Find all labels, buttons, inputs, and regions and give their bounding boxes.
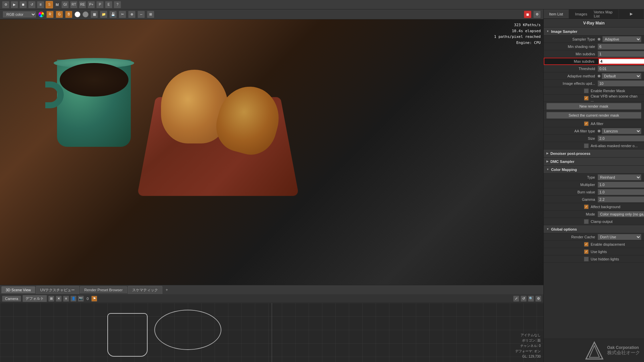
render-cache-select[interactable]: Don't Use xyxy=(598,234,641,240)
affect-bg-checkbox[interactable]: ✓ xyxy=(584,204,589,209)
vp-btn-x[interactable]: ✕ xyxy=(56,296,62,302)
sampler-type-select[interactable]: Adaptive xyxy=(602,36,641,42)
vp-grid-icon[interactable]: ⊞ xyxy=(48,296,54,302)
view-btn-5[interactable]: ⊕ xyxy=(128,11,136,18)
label-max-subdivs: Max subdivs xyxy=(547,59,597,63)
channel-btn-b[interactable]: B xyxy=(65,11,72,18)
tab-uv-texture[interactable]: UVテクスチャビュー xyxy=(36,286,79,294)
aa-filter-type-select[interactable]: Lanczos xyxy=(602,128,641,134)
toolbar-btn-p2[interactable]: P xyxy=(96,1,104,8)
label-enable-render-mask: Enable Render Mask xyxy=(591,89,625,93)
value-sampler-type: Adaptive xyxy=(598,36,641,42)
use-hidden-lights-checkbox[interactable] xyxy=(584,257,589,261)
use-lights-checkbox[interactable]: ✓ xyxy=(584,249,589,254)
rp-tab-item-list[interactable]: Item List xyxy=(544,9,569,18)
row-cm-burn: Burn value ▲ ▼ xyxy=(544,188,644,196)
aa-size-input[interactable] xyxy=(598,135,644,141)
color-wheel-icon[interactable] xyxy=(38,11,44,17)
vp-camera-icon[interactable]: 📷 xyxy=(78,296,84,302)
vp-person-icon[interactable]: 👤 xyxy=(70,296,76,302)
toolbar-btn-3[interactable]: ⏹ xyxy=(19,1,27,8)
view-btn-4[interactable]: ✂ xyxy=(119,11,126,18)
row-enable-displacement: ✓ Enable displacement xyxy=(544,241,644,248)
toolbar-btn-p[interactable]: P+ xyxy=(88,1,95,8)
enable-displacement-checkbox[interactable]: ✓ xyxy=(584,242,589,247)
value-cm-type: Reinhard xyxy=(598,174,641,180)
rp-tab-more[interactable]: ▶ xyxy=(619,9,644,18)
cm-burn-input[interactable] xyxy=(598,189,644,195)
section-global-options[interactable]: Global options xyxy=(544,225,644,233)
render-image: 323 KPaths/s 10.4s elapsed 1 paths/pixel… xyxy=(0,19,543,285)
right-scroll-area[interactable]: Image Sampler Sampler Type Adaptive Min … xyxy=(544,27,644,339)
toolbar-btn-help[interactable]: ? xyxy=(114,1,121,8)
vp-expand-icon[interactable]: ⤢ xyxy=(513,296,519,302)
viewport-3d-content: アイテムなし ポリゴン: 面 チャンネル: 0 デフォーマ: オン GL: 12… xyxy=(0,303,543,362)
add-panel-tab[interactable]: + xyxy=(163,286,171,294)
default-label[interactable]: デフォルト xyxy=(22,295,47,302)
enable-render-mask-checkbox[interactable] xyxy=(584,88,589,93)
vp-view-icon[interactable]: ≡ xyxy=(63,296,69,302)
vp-search-icon[interactable]: 🔍 xyxy=(528,296,534,302)
viewport-3d: Camera デフォルト ⊞ ✕ ≡ 👤 📷 0 ⚑ ⤢ ↺ 🔍 xyxy=(0,294,543,362)
new-render-mask-button[interactable]: New render mask xyxy=(546,103,641,110)
section-image-sampler[interactable]: Image Sampler xyxy=(544,27,644,36)
channel-btn-r[interactable]: R xyxy=(46,11,54,18)
section-color-mapping[interactable]: Color Mapping xyxy=(544,166,644,174)
row-use-lights: ✓ Use lights xyxy=(544,248,644,255)
view-btn-3[interactable]: 💾 xyxy=(109,11,117,18)
toolbar-btn-rt[interactable]: RT xyxy=(70,1,77,8)
stop-render-button[interactable]: ■ xyxy=(524,11,531,18)
channel-btn-g[interactable]: G xyxy=(56,11,63,18)
view-btn-7[interactable]: ⊞ xyxy=(147,11,154,18)
toolbar-btn-5[interactable]: ⏸ xyxy=(37,1,44,8)
section-denoiser[interactable]: Denoiser post-process xyxy=(544,149,644,158)
toolbar-btn-2[interactable]: ▶ xyxy=(11,1,18,8)
clear-vfb-checkbox[interactable]: ✓ xyxy=(584,96,589,101)
tab-schematic[interactable]: スケマティック xyxy=(128,286,162,294)
clamp-checkbox[interactable] xyxy=(584,219,589,224)
viewport-info: アイテムなし ポリゴン: 面 チャンネル: 0 デフォーマ: オン GL: 12… xyxy=(515,333,541,359)
toolbar-btn-4[interactable]: ↺ xyxy=(28,1,36,8)
color-mode-dropdown[interactable]: RGB color xyxy=(3,11,36,18)
min-shading-input[interactable] xyxy=(598,44,644,50)
adaptive-method-select[interactable]: Default xyxy=(602,73,641,79)
viewport-divider xyxy=(272,303,272,362)
color-circle-white xyxy=(74,11,80,17)
toolbar-btn-s[interactable]: S xyxy=(46,1,53,8)
cm-mode-select[interactable]: Color mapping only (no ga... xyxy=(598,211,644,217)
toolbar-btn-re[interactable]: RE xyxy=(79,1,86,8)
view-btn-6[interactable]: ↔ xyxy=(138,11,145,18)
select-render-mask-button[interactable]: Select the current render mask xyxy=(546,112,641,119)
sampler-type-radio[interactable] xyxy=(598,38,600,41)
rp-tab-vertex-map[interactable]: Vertex Map List xyxy=(594,9,619,18)
main-layout: RGB color R G B ▦ 📁 💾 ✂ ⊕ ↔ ⊞ ■ ⚙ xyxy=(0,9,644,362)
min-subdivs-input[interactable] xyxy=(598,51,644,57)
camera-label[interactable]: Camera xyxy=(2,296,21,302)
view-btn-1[interactable]: ▦ xyxy=(91,11,98,18)
rp-tab-images[interactable]: Images xyxy=(569,9,594,18)
toolbar-btn-gi[interactable]: GI xyxy=(61,1,69,8)
image-effects-input[interactable] xyxy=(598,80,644,86)
label-sampler-type: Sampler Type xyxy=(546,37,598,41)
aa-filter-checkbox[interactable]: ✓ xyxy=(584,121,589,126)
section-dmc[interactable]: DMC Sampler xyxy=(544,158,644,166)
left-panel: RGB color R G B ▦ 📁 💾 ✂ ⊕ ↔ ⊞ ■ ⚙ xyxy=(0,9,543,362)
cm-multiplier-input[interactable] xyxy=(598,182,644,188)
cm-type-select[interactable]: Reinhard xyxy=(598,174,641,180)
settings-icon[interactable]: ⚙ xyxy=(533,11,541,18)
threshold-input[interactable] xyxy=(598,66,644,72)
antialias-checkbox[interactable] xyxy=(584,143,589,148)
label-cm-burn: Burn value xyxy=(546,190,598,194)
value-render-cache: Don't Use xyxy=(598,234,641,240)
cm-gamma-input[interactable] xyxy=(598,196,644,202)
vp-settings-icon[interactable]: ⚙ xyxy=(535,296,541,302)
view-btn-2[interactable]: 📁 xyxy=(100,11,107,18)
vp-orange-btn[interactable]: ⚑ xyxy=(91,296,97,302)
toolbar-btn-e[interactable]: E xyxy=(105,1,112,8)
max-subdivs-input[interactable] xyxy=(598,58,644,64)
toolbar-btn-1[interactable]: ⚙ xyxy=(2,1,9,8)
vp-refresh-icon[interactable]: ↺ xyxy=(521,296,527,302)
tab-3d-scene-view[interactable]: 3D Scene View xyxy=(1,286,35,293)
tab-render-preset[interactable]: Render Preset Browser xyxy=(80,286,127,293)
label-aa-filter: AA filter xyxy=(591,122,603,126)
